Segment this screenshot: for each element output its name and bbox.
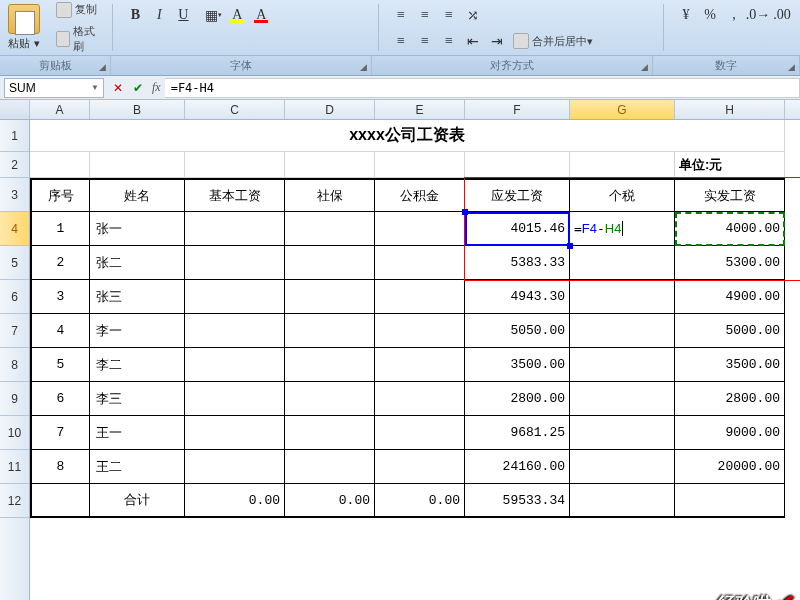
grid[interactable]: xxxx公司工资表单位:元序号姓名基本工资社保公积金应发工资个税实发工资1张一4… (30, 120, 800, 600)
cell-A1[interactable]: xxxx公司工资表 (30, 120, 785, 152)
cell-B7[interactable]: 李一 (90, 314, 185, 348)
italic-button[interactable]: I (148, 4, 170, 26)
cell-D6[interactable] (285, 280, 375, 314)
col-header-E[interactable]: E (375, 100, 465, 119)
indent-inc-button[interactable]: ⇥ (486, 30, 508, 52)
row-header-7[interactable]: 7 (0, 314, 29, 348)
col-header-G[interactable]: G (570, 100, 675, 119)
cell-G6[interactable] (570, 280, 675, 314)
select-all-corner[interactable] (0, 100, 30, 119)
align-bottom-button[interactable]: ≡ (438, 4, 460, 26)
cell-E11[interactable] (375, 450, 465, 484)
row-header-11[interactable]: 11 (0, 450, 29, 484)
currency-button[interactable]: ¥ (675, 4, 697, 26)
cell-B10[interactable]: 王一 (90, 416, 185, 450)
cell-F12[interactable]: 59533.34 (465, 484, 570, 518)
cell-D12[interactable]: 0.00 (285, 484, 375, 518)
row-header-5[interactable]: 5 (0, 246, 29, 280)
name-box[interactable]: SUM ▼ (4, 78, 104, 98)
cell-F7[interactable]: 5050.00 (465, 314, 570, 348)
paste-button[interactable]: 粘贴 ▾ (2, 2, 46, 53)
cell-B5[interactable]: 张二 (90, 246, 185, 280)
font-launcher[interactable]: ◢ (357, 61, 369, 73)
row-header-9[interactable]: 9 (0, 382, 29, 416)
col-header-B[interactable]: B (90, 100, 185, 119)
cell-G8[interactable] (570, 348, 675, 382)
cell-E3[interactable]: 公积金 (375, 178, 465, 212)
col-header-H[interactable]: H (675, 100, 785, 119)
copy-button[interactable]: 复制 (52, 0, 104, 20)
cell-H3[interactable]: 实发工资 (675, 178, 785, 212)
cell-H12[interactable] (675, 484, 785, 518)
cell-C12[interactable]: 0.00 (185, 484, 285, 518)
cell-C11[interactable] (185, 450, 285, 484)
cell-A3[interactable]: 序号 (30, 178, 90, 212)
cell-B11[interactable]: 王二 (90, 450, 185, 484)
cell-E12[interactable]: 0.00 (375, 484, 465, 518)
cell-H4[interactable]: 4000.00 (675, 212, 785, 246)
clipboard-launcher[interactable]: ◢ (96, 61, 108, 73)
alignment-launcher[interactable]: ◢ (638, 61, 650, 73)
cell-A11[interactable]: 8 (30, 450, 90, 484)
cell-C10[interactable] (185, 416, 285, 450)
row-header-8[interactable]: 8 (0, 348, 29, 382)
fill-color-button[interactable]: A (226, 4, 248, 26)
cell-D8[interactable] (285, 348, 375, 382)
row-header-2[interactable]: 2 (0, 152, 29, 178)
row-header-12[interactable]: 12 (0, 484, 29, 518)
cell-B4[interactable]: 张一 (90, 212, 185, 246)
cell-E7[interactable] (375, 314, 465, 348)
cell-B3[interactable]: 姓名 (90, 178, 185, 212)
col-header-F[interactable]: F (465, 100, 570, 119)
cell-G11[interactable] (570, 450, 675, 484)
cell-A4[interactable]: 1 (30, 212, 90, 246)
enter-formula-button[interactable]: ✔ (128, 81, 148, 95)
cell-A12[interactable] (30, 484, 90, 518)
merge-center-button[interactable]: 合并后居中 ▾ (509, 31, 597, 51)
percent-button[interactable]: % (699, 4, 721, 26)
cell-D11[interactable] (285, 450, 375, 484)
cell-H5[interactable]: 5300.00 (675, 246, 785, 280)
cell-E9[interactable] (375, 382, 465, 416)
align-left-button[interactable]: ≡ (390, 30, 412, 52)
row-header-3[interactable]: 3 (0, 178, 29, 212)
comma-button[interactable]: , (723, 4, 745, 26)
orientation-button[interactable]: ⤮ (462, 4, 484, 26)
align-middle-button[interactable]: ≡ (414, 4, 436, 26)
cell-B6[interactable]: 张三 (90, 280, 185, 314)
fx-icon[interactable]: fx (148, 80, 165, 95)
cell-D4[interactable] (285, 212, 375, 246)
row-header-6[interactable]: 6 (0, 280, 29, 314)
bold-button[interactable]: B (124, 4, 146, 26)
cell-G5[interactable] (570, 246, 675, 280)
cell-C7[interactable] (185, 314, 285, 348)
cell-A6[interactable]: 3 (30, 280, 90, 314)
decrease-decimal-button[interactable]: .00 (771, 4, 793, 26)
cell-F5[interactable]: 5383.33 (465, 246, 570, 280)
cell-G10[interactable] (570, 416, 675, 450)
format-painter-button[interactable]: 格式刷 (52, 22, 104, 56)
cell-F9[interactable]: 2800.00 (465, 382, 570, 416)
cell-D10[interactable] (285, 416, 375, 450)
cell-E10[interactable] (375, 416, 465, 450)
increase-decimal-button[interactable]: .0→ (747, 4, 769, 26)
cell-E5[interactable] (375, 246, 465, 280)
col-header-D[interactable]: D (285, 100, 375, 119)
cell-C5[interactable] (185, 246, 285, 280)
align-top-button[interactable]: ≡ (390, 4, 412, 26)
cell-D9[interactable] (285, 382, 375, 416)
cell-F10[interactable]: 9681.25 (465, 416, 570, 450)
cell-F11[interactable]: 24160.00 (465, 450, 570, 484)
align-center-button[interactable]: ≡ (414, 30, 436, 52)
cell-A9[interactable]: 6 (30, 382, 90, 416)
row-header-4[interactable]: 4 (0, 212, 29, 246)
cell-H11[interactable]: 20000.00 (675, 450, 785, 484)
cancel-formula-button[interactable]: ✕ (108, 81, 128, 95)
cell-D5[interactable] (285, 246, 375, 280)
cell-A5[interactable]: 2 (30, 246, 90, 280)
border-button[interactable]: ▦▾ (202, 4, 224, 26)
cell-B8[interactable]: 李二 (90, 348, 185, 382)
col-header-A[interactable]: A (30, 100, 90, 119)
cell-A8[interactable]: 5 (30, 348, 90, 382)
cell-B9[interactable]: 李三 (90, 382, 185, 416)
